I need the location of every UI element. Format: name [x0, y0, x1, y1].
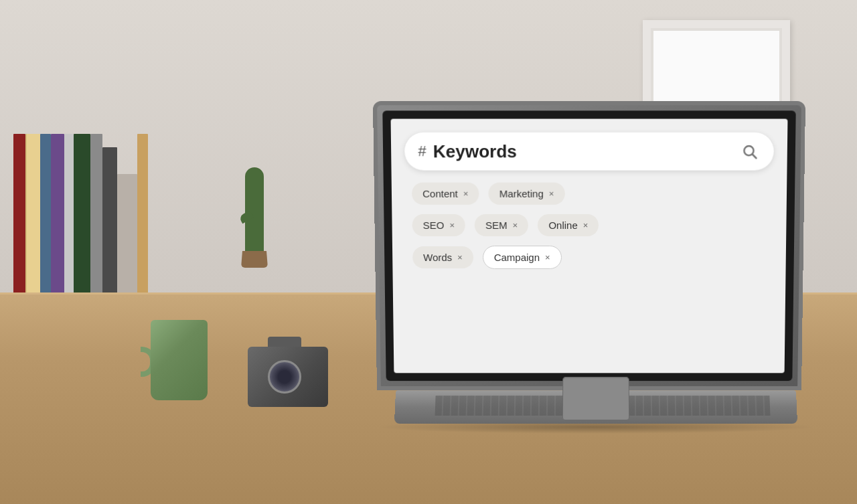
- tag-label: Campaign: [494, 252, 540, 263]
- tags-row-2: SEO × SEM × Online ×: [412, 214, 766, 236]
- laptop: # Keywords: [375, 102, 803, 424]
- cactus: [234, 134, 275, 268]
- tag-label: SEO: [423, 220, 445, 231]
- tag-remove-icon[interactable]: ×: [457, 252, 463, 262]
- cactus-pot: [241, 251, 268, 268]
- tag-campaign[interactable]: Campaign ×: [483, 246, 562, 269]
- scene: # Keywords: [0, 0, 857, 504]
- search-input-text[interactable]: Keywords: [433, 141, 732, 162]
- mug-body: [151, 320, 208, 400]
- tag-remove-icon[interactable]: ×: [449, 220, 455, 230]
- tag-label: Words: [423, 252, 452, 263]
- tag-label: Content: [422, 188, 458, 199]
- book: [64, 134, 74, 308]
- book: [137, 134, 148, 308]
- tag-label: SEM: [485, 220, 508, 231]
- tag-remove-icon[interactable]: ×: [545, 252, 550, 262]
- book: [90, 134, 102, 308]
- camera: [248, 333, 335, 407]
- search-icon[interactable]: [738, 141, 761, 162]
- camera-top: [268, 337, 301, 347]
- tag-marketing[interactable]: Marketing ×: [489, 183, 565, 205]
- tags-row-3: Words × Campaign ×: [412, 246, 766, 269]
- books-container: [13, 54, 201, 308]
- tags-area: Content × Marketing × SEO: [405, 183, 773, 269]
- tag-label: Online: [548, 220, 577, 231]
- search-bar[interactable]: # Keywords: [404, 133, 774, 171]
- svg-line-1: [753, 155, 757, 159]
- tag-words[interactable]: Words ×: [412, 246, 473, 268]
- cactus-body: [245, 167, 264, 254]
- tag-remove-icon[interactable]: ×: [583, 220, 589, 230]
- tags-row-1: Content × Marketing ×: [412, 183, 767, 205]
- book: [74, 134, 90, 308]
- book: [13, 134, 25, 308]
- book: [51, 134, 64, 308]
- hash-symbol: #: [418, 143, 426, 160]
- book: [25, 134, 40, 308]
- laptop-screen-bezel: # Keywords: [382, 110, 795, 381]
- tag-label: Marketing: [499, 188, 544, 199]
- tag-online[interactable]: Online ×: [538, 214, 599, 236]
- laptop-trackpad: [562, 377, 629, 420]
- tag-seo[interactable]: SEO ×: [412, 214, 465, 236]
- laptop-screen-outer: # Keywords: [373, 101, 805, 390]
- tag-remove-icon[interactable]: ×: [549, 189, 554, 199]
- camera-lens: [268, 360, 301, 394]
- book: [102, 147, 117, 308]
- tag-sem[interactable]: SEM ×: [475, 214, 528, 236]
- book: [117, 174, 137, 308]
- laptop-base: [394, 390, 797, 424]
- mug: [141, 307, 221, 400]
- camera-body: [248, 347, 328, 407]
- tag-content[interactable]: Content ×: [412, 183, 479, 205]
- book: [40, 134, 51, 308]
- tag-remove-icon[interactable]: ×: [463, 189, 469, 199]
- laptop-screen: # Keywords: [391, 119, 788, 373]
- tag-remove-icon[interactable]: ×: [513, 220, 518, 230]
